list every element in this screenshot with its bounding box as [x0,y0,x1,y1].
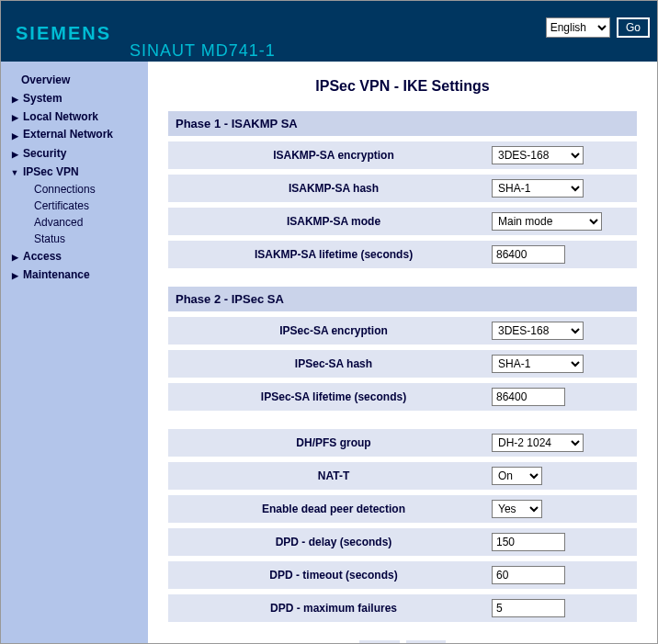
nav-security[interactable]: Security [8,144,141,163]
nav-maintenance[interactable]: Maintenance [8,266,141,284]
row-dpd-enable: Enable dead peer detection Yes [168,495,637,523]
header-bar: SIEMENS SINAUT MD741-1 English Go [1,1,657,62]
nav-ipsec-vpn[interactable]: IPSec VPN [8,163,141,181]
label-dpd-enable: Enable dead peer detection [176,503,492,515]
caret-down-icon [10,165,19,178]
save-button[interactable]: Save [359,640,399,643]
row-ipsec-life: IPSec-SA lifetime (seconds) [168,383,637,411]
label-dpd-timeout: DPD - timeout (seconds) [176,569,492,582]
row-isakmp-enc: ISAKMP-SA encryption 3DES-168 [168,141,637,169]
dpd-delay-input[interactable] [492,533,565,551]
label-isakmp-mode: ISAKMP-SA mode [176,215,492,228]
label-natt: NAT-T [176,469,492,482]
label-isakmp-enc: ISAKMP-SA encryption [176,149,492,162]
label-dpd-max: DPD - maximum failures [176,602,492,615]
label-ipsec-enc: IPSec-SA encryption [176,324,492,337]
row-isakmp-life: ISAKMP-SA lifetime (seconds) [168,241,637,268]
natt-select[interactable]: On [492,467,542,485]
nav-access[interactable]: Access [8,247,141,266]
row-dpd-max: DPD - maximum failures [168,594,637,622]
row-ipsec-hash: IPSec-SA hash SHA-1 [168,350,637,378]
label-isakmp-hash: ISAKMP-SA hash [176,182,492,195]
misc-section: DH/PFS group DH-2 1024 NAT-T On Enable d… [168,429,637,622]
caret-right-icon [10,129,19,141]
caret-right-icon [10,250,19,263]
caret-right-icon [10,147,19,160]
dpd-timeout-input[interactable] [492,566,565,584]
product-name: SINAUT MD741-1 [130,41,276,61]
go-button[interactable]: Go [617,17,650,38]
ipsec-enc-select[interactable]: 3DES-168 [492,322,584,340]
caret-right-icon [10,92,19,105]
row-dpd-delay: DPD - delay (seconds) [168,528,637,556]
nav-overview[interactable]: Overview [8,71,141,89]
nav-ipsec-advanced[interactable]: Advanced [8,214,141,231]
nav-ipsec-connections[interactable]: Connections [8,181,141,198]
page-title: IPSec VPN - IKE Settings [168,78,637,95]
nav-local-network[interactable]: Local Network [8,107,141,126]
label-ipsec-life: IPSec-SA lifetime (seconds) [176,390,492,403]
caret-right-icon [10,110,19,123]
phase2-section: Phase 2 - IPSec SA IPSec-SA encryption 3… [168,287,637,411]
ipsec-life-input[interactable] [492,388,565,406]
nav-ipsec-certificates[interactable]: Certificates [8,198,141,214]
phase2-header: Phase 2 - IPSec SA [168,287,637,311]
back-button[interactable]: Back [406,640,446,643]
row-dpd-timeout: DPD - timeout (seconds) [168,561,637,589]
label-ipsec-hash: IPSec-SA hash [176,357,492,370]
row-ipsec-enc: IPSec-SA encryption 3DES-168 [168,317,637,345]
row-natt: NAT-T On [168,462,637,490]
nav-external-network[interactable]: External Network [8,126,141,144]
dpd-enable-select[interactable]: Yes [492,500,542,518]
button-row: Save Back [168,640,637,643]
sidebar: Overview System Local Network External N… [1,62,148,643]
label-dpd-delay: DPD - delay (seconds) [176,536,492,548]
dpd-max-input[interactable] [492,599,565,617]
label-isakmp-life: ISAKMP-SA lifetime (seconds) [176,248,492,261]
row-dhpfs: DH/PFS group DH-2 1024 [168,429,637,457]
main-content: IPSec VPN - IKE Settings Phase 1 - ISAKM… [148,62,657,643]
row-isakmp-mode: ISAKMP-SA mode Main mode [168,208,637,235]
row-isakmp-hash: ISAKMP-SA hash SHA-1 [168,175,637,202]
nav-ipsec-status[interactable]: Status [8,231,141,247]
nav-system[interactable]: System [8,89,141,107]
isakmp-enc-select[interactable]: 3DES-168 [492,146,584,164]
isakmp-mode-select[interactable]: Main mode [492,212,602,231]
caret-right-icon [10,268,19,281]
brand-logo: SIEMENS [16,23,111,44]
label-dhpfs: DH/PFS group [176,436,492,449]
isakmp-life-input[interactable] [492,245,565,264]
phase1-header: Phase 1 - ISAKMP SA [168,111,637,136]
ipsec-hash-select[interactable]: SHA-1 [492,355,584,373]
isakmp-hash-select[interactable]: SHA-1 [492,179,584,198]
dhpfs-select[interactable]: DH-2 1024 [492,434,584,452]
phase1-section: Phase 1 - ISAKMP SA ISAKMP-SA encryption… [168,111,637,268]
language-select[interactable]: English [546,17,610,38]
